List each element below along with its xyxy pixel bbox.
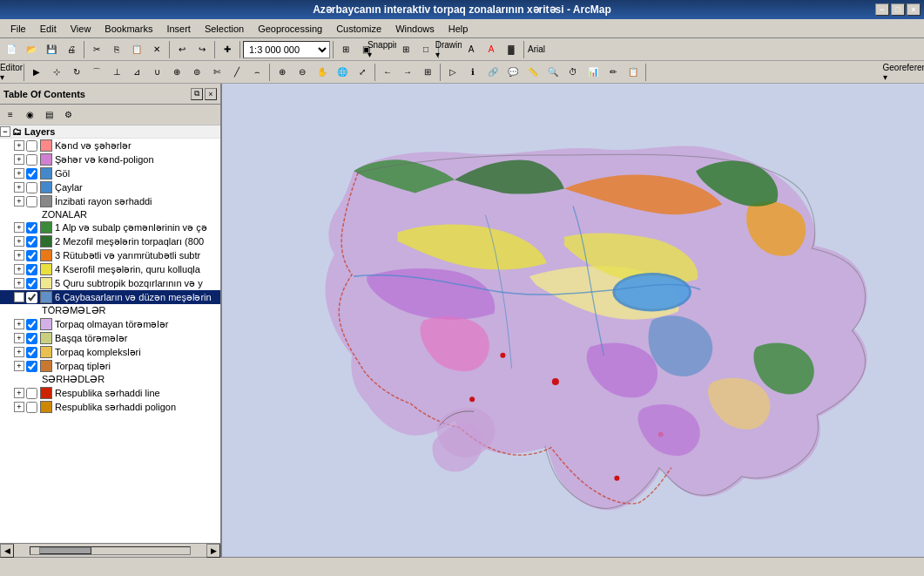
- construct-tool[interactable]: ⊿: [127, 63, 146, 82]
- check-kend[interactable]: [26, 140, 37, 152]
- toc-item-seher[interactable]: +Şəhər və kənd-poligon: [0, 152, 220, 166]
- toc-options-btn[interactable]: ⚙: [59, 107, 77, 123]
- expand-kompleks[interactable]: +: [14, 347, 24, 357]
- menu-bookmarks[interactable]: Bookmarks: [98, 22, 159, 36]
- expand-kser4[interactable]: +: [14, 264, 24, 274]
- editor-dropdown[interactable]: Editor ▾: [2, 63, 21, 82]
- toc-item-cay6[interactable]: +6 Çaybasarların və düzən meşələrin: [0, 290, 220, 304]
- expand-gol[interactable]: +: [14, 168, 24, 179]
- layers-expand[interactable]: −: [0, 126, 10, 137]
- check-inzibati[interactable]: [26, 196, 37, 207]
- georef-dropdown[interactable]: Georeferencing ▾: [903, 63, 922, 82]
- reshape-tool[interactable]: ⌒: [87, 63, 106, 82]
- arc-tool[interactable]: ⌢: [247, 63, 266, 82]
- menu-insert[interactable]: Insert: [159, 22, 198, 36]
- toc-close-button[interactable]: ×: [205, 88, 217, 100]
- new-button[interactable]: 📄: [2, 40, 21, 59]
- toc-scrollbar[interactable]: ◀ ▶: [0, 543, 220, 557]
- maximize-button[interactable]: □: [891, 3, 905, 16]
- expand-alp1[interactable]: +: [14, 222, 24, 233]
- menu-help[interactable]: Help: [442, 22, 475, 36]
- menu-customize[interactable]: Customize: [329, 22, 388, 36]
- check-resp_line[interactable]: [26, 388, 37, 399]
- check-caylar[interactable]: [26, 182, 37, 193]
- redo-button[interactable]: ↪: [192, 40, 212, 59]
- toc-list-view-btn[interactable]: ≡: [2, 107, 19, 123]
- check-quru5[interactable]: [26, 278, 37, 289]
- add-data-button[interactable]: ✚: [218, 40, 237, 59]
- time-btn[interactable]: ⏱: [563, 63, 583, 82]
- save-button[interactable]: 💾: [42, 40, 61, 59]
- expand-quru5[interactable]: +: [14, 278, 24, 288]
- snapping-button[interactable]: Snapping ▾: [376, 40, 395, 59]
- check-resp_poly[interactable]: [26, 402, 37, 413]
- buffer-tool[interactable]: ⊚: [187, 63, 206, 82]
- toc-content[interactable]: − 🗂 Layers +Kənd və şəhərlər+Şəhər və kə…: [0, 125, 220, 543]
- check-alp1[interactable]: [26, 222, 37, 234]
- delete-button[interactable]: ✕: [147, 40, 166, 59]
- toc-source-view-btn[interactable]: ◉: [21, 107, 38, 123]
- expand-cay6[interactable]: +: [14, 292, 24, 302]
- scroll-right[interactable]: ▶: [206, 544, 220, 558]
- toc-item-zonalar[interactable]: ZONALAR: [0, 208, 220, 220]
- forward-btn[interactable]: →: [398, 63, 417, 82]
- drawing-button[interactable]: Drawing ▾: [442, 40, 461, 59]
- toc-float-button[interactable]: ⧉: [191, 88, 203, 100]
- toc-item-tore[interactable]: TÖRƏMƏLƏR: [0, 304, 220, 317]
- html-popup-btn[interactable]: 💬: [503, 63, 523, 82]
- zoom-out-btn[interactable]: ⊖: [293, 63, 312, 82]
- menu-selection[interactable]: Selection: [198, 22, 251, 36]
- expand-kend[interactable]: +: [14, 140, 24, 151]
- scale-selector[interactable]: 1:3 000 000: [243, 41, 330, 58]
- expand-inzibati[interactable]: +: [14, 196, 24, 207]
- expand-resp_line[interactable]: +: [14, 388, 24, 398]
- toc-item-kend[interactable]: +Kənd və şəhərlər: [0, 139, 220, 152]
- expand-resp_poly[interactable]: +: [14, 402, 24, 412]
- globe-btn[interactable]: 🌐: [333, 63, 352, 82]
- toc-item-mez2[interactable]: +2 Mezofil meşələrin torpaqları (800: [0, 234, 220, 248]
- toc-item-resp_poly[interactable]: +Respublika sərhaddi poligon: [0, 400, 220, 414]
- zoom-in-btn[interactable]: ⊕: [273, 63, 292, 82]
- check-kompleks[interactable]: [26, 347, 37, 358]
- toc-item-basqa[interactable]: +Başqa törəmələr: [0, 331, 220, 345]
- expand-caylar[interactable]: +: [14, 182, 24, 193]
- menu-windows[interactable]: Windows: [388, 22, 442, 36]
- menu-geoprocessing[interactable]: Geoprocessing: [251, 22, 329, 36]
- layout-btn[interactable]: ⊞: [418, 63, 437, 82]
- expand-seher[interactable]: +: [14, 154, 24, 165]
- toc-item-alp1[interactable]: +1 Alp və subalp çəmənlərinin və çə: [0, 220, 220, 234]
- scroll-left[interactable]: ◀: [0, 544, 14, 558]
- scroll-track[interactable]: [30, 546, 191, 555]
- print-button[interactable]: 🖨: [62, 40, 81, 59]
- toc-item-kompleks[interactable]: +Torpaq kompleksləri: [0, 345, 220, 359]
- zoom-full-button[interactable]: ⊞: [336, 40, 355, 59]
- layers-group[interactable]: − 🗂 Layers: [0, 125, 220, 139]
- expand-torpaq_ol[interactable]: +: [14, 319, 24, 329]
- scroll-thumb[interactable]: [39, 547, 91, 554]
- font-color-button[interactable]: A: [482, 40, 501, 59]
- identify-btn[interactable]: ℹ: [463, 63, 482, 82]
- hyperlink-btn[interactable]: 🔗: [483, 63, 502, 82]
- check-rut3[interactable]: [26, 250, 37, 261]
- close-button[interactable]: ×: [907, 3, 921, 16]
- find-btn[interactable]: 🔍: [543, 63, 563, 82]
- toc-item-rut3[interactable]: +3 Rütubətli və yarımrütubətli subtr: [0, 248, 220, 262]
- toc-item-gol[interactable]: +Göl: [0, 166, 220, 180]
- window-controls[interactable]: − □ ×: [875, 3, 921, 16]
- chart-btn[interactable]: 📊: [583, 63, 603, 82]
- merge-tool[interactable]: ⊕: [167, 63, 186, 82]
- map-area[interactable]: [222, 84, 924, 557]
- edit-tool[interactable]: ⊹: [47, 63, 66, 82]
- highlight-button[interactable]: ▓: [502, 40, 521, 59]
- line-tool[interactable]: ╱: [227, 63, 246, 82]
- rotate-tool[interactable]: ↻: [67, 63, 86, 82]
- check-kser4[interactable]: [26, 264, 37, 275]
- toc-item-quru5[interactable]: +5 Quru subtropik bozqırlarının və y: [0, 276, 220, 290]
- expand-basqa[interactable]: +: [14, 333, 24, 343]
- expand-tipleri[interactable]: +: [14, 361, 24, 371]
- toc-item-inzibati[interactable]: +İnzibati rayon sərhaddi: [0, 194, 220, 208]
- menu-view[interactable]: View: [64, 22, 98, 36]
- cut-button[interactable]: ✂: [87, 40, 106, 59]
- attributes-btn[interactable]: 📋: [624, 63, 643, 82]
- pan-btn[interactable]: ✋: [313, 63, 332, 82]
